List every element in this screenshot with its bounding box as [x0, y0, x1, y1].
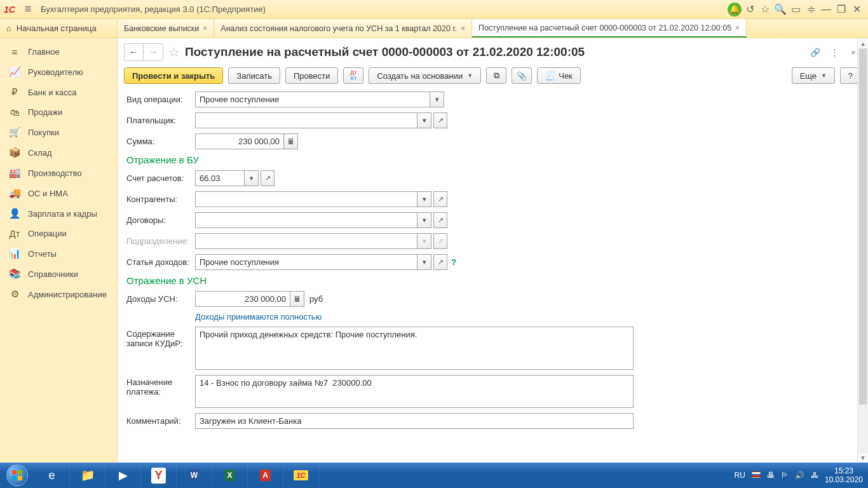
favorite-star-icon[interactable]: ☆	[168, 44, 180, 60]
dropdown-icon[interactable]: ▾	[417, 212, 431, 228]
kebab-icon[interactable]: ⋮	[827, 45, 841, 59]
window-restore-icon[interactable]: ❐	[834, 2, 849, 17]
section-usn: Отражение в УСН	[126, 275, 859, 286]
tray-flag2-icon[interactable]: 🏳	[781, 471, 789, 480]
sidebar-item-icon: 🛍	[9, 107, 20, 118]
purpose-textarea[interactable]	[195, 375, 634, 408]
attach-button[interactable]: 📎	[512, 67, 532, 84]
dropdown-icon[interactable]: ▾	[430, 92, 444, 107]
favorites-icon[interactable]: ☆	[757, 2, 773, 17]
post-and-close-button[interactable]: Провести и закрыть	[124, 67, 223, 84]
sidebar-item-label: Зарплата и кадры	[28, 209, 97, 219]
sidebar-item[interactable]: 📈Руководителю	[0, 62, 117, 82]
sidebar-item[interactable]: 📦Склад	[0, 142, 117, 163]
taskbar-word[interactable]: W	[177, 463, 212, 488]
dropdown-icon[interactable]: ▾	[417, 191, 431, 207]
home-tab[interactable]: ⌂ Начальная страница	[0, 19, 118, 37]
dropdown-icon[interactable]: ▾	[417, 254, 431, 270]
tray-clock[interactable]: 15:23 10.03.2020	[825, 466, 863, 485]
scroll-down-icon[interactable]: ▼	[858, 452, 868, 463]
income-usn-input[interactable]	[195, 291, 290, 307]
dtkt-button[interactable]: ДтКт	[343, 67, 363, 84]
sidebar-item[interactable]: 📊Отчеты	[0, 243, 117, 264]
tray-flag-icon[interactable]	[752, 471, 761, 480]
taskbar-excel[interactable]: X	[212, 463, 248, 488]
sidebar-item[interactable]: ≡Главное	[0, 42, 117, 62]
open-icon[interactable]: ↗	[433, 254, 447, 270]
notifications-button[interactable]: 🔔	[727, 2, 742, 17]
taskbar-explorer[interactable]: 📁	[70, 463, 105, 488]
taskbar-1c[interactable]: 1C	[283, 463, 319, 488]
sidebar-item[interactable]: ДтОперации	[0, 224, 117, 243]
sidebar-item[interactable]: 🚚ОС и НМА	[0, 183, 117, 203]
account-input[interactable]	[195, 170, 245, 186]
income-full-link[interactable]: Доходы принимаются полностью	[195, 312, 322, 322]
contract-input[interactable]	[195, 212, 417, 228]
sidebar-item[interactable]: 👤Зарплата и кадры	[0, 203, 117, 224]
tray-printer-icon[interactable]: 🖶	[767, 471, 775, 480]
dropdown-icon[interactable]: ▾	[245, 170, 259, 186]
tab-receipt[interactable]: Поступление на расчетный счет 0000-00000…	[472, 19, 747, 37]
create-based-button[interactable]: Создать на основании▼	[369, 67, 481, 84]
help-income-item[interactable]: ?	[451, 257, 456, 267]
settings-icon[interactable]: ≑	[803, 2, 818, 17]
history-icon[interactable]: ↺	[742, 2, 757, 17]
open-icon[interactable]: ↗	[433, 191, 447, 207]
check-button[interactable]: 🧾Чек	[537, 67, 581, 84]
main-area: ≡Главное📈Руководителю₽Банк и касса🛍Прода…	[0, 38, 868, 463]
title-bar: 1C ≡ Бухгалтерия предприятия, редакция 3…	[0, 0, 868, 19]
structure-button[interactable]: ⧉	[486, 67, 506, 84]
sidebar-item[interactable]: ⚙Администрирование	[0, 284, 117, 304]
sidebar-item-label: Продажи	[28, 107, 62, 117]
payer-input[interactable]	[195, 112, 417, 128]
section-bu: Отражение в БУ	[126, 154, 859, 165]
window-close-icon[interactable]: ✕	[849, 2, 864, 17]
vertical-scrollbar[interactable]: ▲ ▼	[857, 38, 868, 463]
more-button[interactable]: Еще▼	[792, 67, 835, 84]
nav-forward-button[interactable]: →	[144, 44, 163, 60]
tab-usn-analysis[interactable]: Анализ состояния налогового учета по УСН…	[214, 19, 472, 37]
tray-network-icon[interactable]: 🖧	[811, 471, 818, 480]
post-button[interactable]: Провести	[285, 67, 339, 84]
sidebar-item-label: Банк и касса	[28, 88, 77, 97]
comment-input[interactable]	[195, 413, 634, 429]
sidebar-item[interactable]: 🛍Продажи	[0, 102, 117, 122]
scroll-up-icon[interactable]: ▲	[858, 38, 868, 49]
start-button[interactable]	[0, 463, 34, 488]
sum-input[interactable]	[195, 133, 284, 149]
language-indicator[interactable]: RU	[735, 471, 745, 480]
op-type-input[interactable]	[195, 92, 430, 107]
open-icon[interactable]: ↗	[433, 112, 447, 128]
tab-close-icon[interactable]: ×	[203, 24, 207, 33]
tray-volume-icon[interactable]: 🔊	[795, 471, 804, 480]
tab-bank-statements[interactable]: Банковские выписки ×	[118, 19, 214, 37]
sidebar-item-label: Операции	[28, 229, 67, 238]
counterparty-input[interactable]	[195, 191, 417, 207]
nav-back-button[interactable]: ←	[125, 44, 144, 60]
income-item-input[interactable]	[195, 254, 417, 270]
scroll-thumb[interactable]	[859, 49, 867, 405]
link-icon[interactable]: 🔗	[808, 45, 822, 59]
dropdown-icon[interactable]: ▾	[417, 112, 431, 128]
open-icon[interactable]: ↗	[433, 212, 447, 228]
tab-close-icon[interactable]: ×	[735, 24, 740, 32]
sidebar-item[interactable]: ₽Банк и касса	[0, 82, 117, 102]
panel-icon[interactable]: ▭	[788, 2, 803, 17]
calculator-icon[interactable]: 🖩	[284, 133, 298, 149]
save-button[interactable]: Записать	[228, 67, 280, 84]
taskbar-ie[interactable]: e	[34, 463, 70, 488]
sidebar-item[interactable]: 📚Справочники	[0, 264, 117, 284]
sidebar-item[interactable]: 🏭Производство	[0, 163, 117, 183]
window-minimize-icon[interactable]: —	[818, 2, 834, 17]
kudir-textarea[interactable]	[195, 327, 634, 370]
taskbar-media[interactable]: ▶	[105, 463, 141, 488]
sidebar-item-label: Справочники	[28, 269, 78, 279]
taskbar-yandex[interactable]: Y	[141, 463, 177, 488]
menu-icon[interactable]: ≡	[20, 2, 36, 17]
open-icon[interactable]: ↗	[261, 170, 275, 186]
taskbar-acrobat[interactable]: A	[248, 463, 283, 488]
calculator-icon[interactable]: 🖩	[290, 291, 304, 307]
tab-close-icon[interactable]: ×	[461, 24, 465, 33]
search-icon[interactable]: 🔍	[773, 2, 788, 17]
sidebar-item[interactable]: 🛒Покупки	[0, 122, 117, 142]
